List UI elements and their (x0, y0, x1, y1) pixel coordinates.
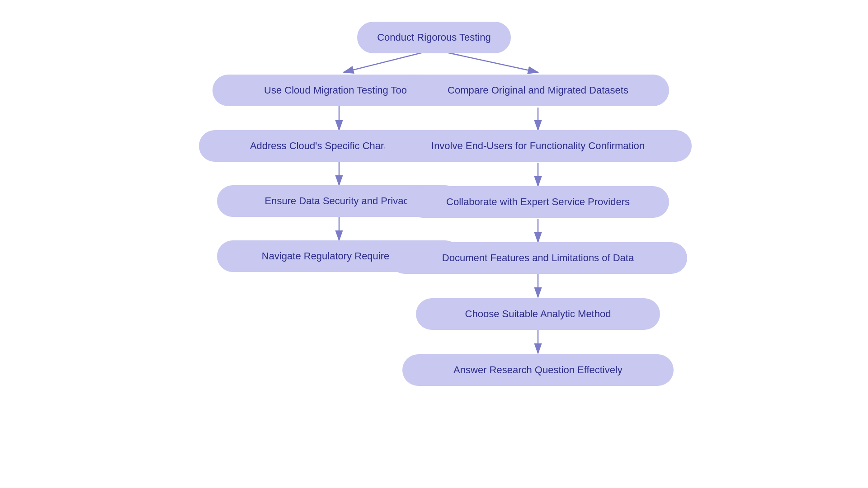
flowchart-diagram: Conduct Rigorous Testing Use Cloud Migra… (118, 18, 750, 470)
node-right6: Answer Research Question Effectively (402, 354, 674, 386)
node-right4: Document Features and Limitations of Dat… (389, 242, 687, 274)
node-right2: Involve End-Users for Functionality Conf… (384, 130, 692, 162)
node-right5: Choose Suitable Analytic Method (416, 298, 660, 330)
node-right3: Collaborate with Expert Service Provider… (407, 186, 669, 218)
node-right1: Compare Original and Migrated Datasets (407, 75, 669, 106)
node-root: Conduct Rigorous Testing (357, 22, 511, 53)
